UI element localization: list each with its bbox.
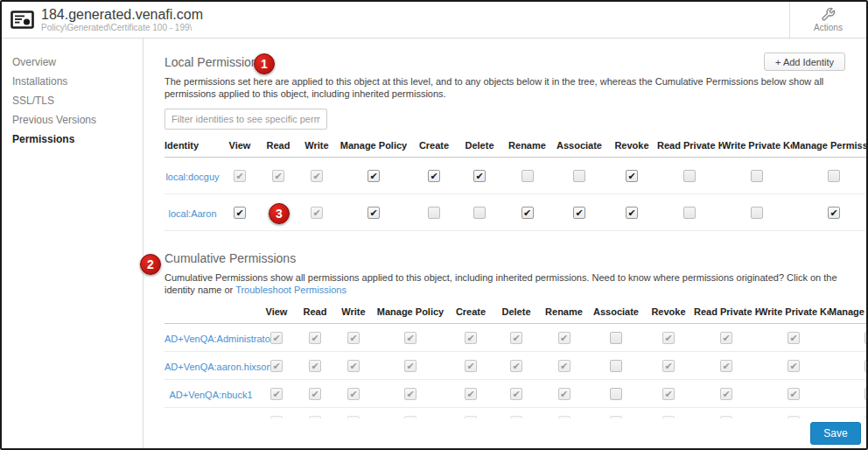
checkbox-view: ✔ [234, 170, 246, 182]
column-header-write: Write [334, 303, 373, 324]
checkbox-delete: ✔ [510, 332, 522, 344]
checkbox-rename[interactable]: ✔ [522, 207, 534, 219]
checkbox-read-private-key: ✔ [720, 360, 732, 372]
column-header-read-private-key: Read Private Key [657, 137, 722, 158]
table-row: AD+VenQA:aaron.hixson✔✔✔✔✔✔✔✔✔✔✔✔ [164, 352, 866, 380]
checkbox-rename[interactable]: ✔ [522, 170, 534, 182]
sidebar: OverviewInstallationsSSL/TLSPrevious Ver… [2, 39, 144, 448]
checkbox-rename: ✔ [558, 360, 570, 372]
column-header-write-private-key: Write Private Key [722, 137, 792, 158]
checkbox-revoke: ✔ [662, 360, 675, 372]
checkbox-create: ✔ [465, 360, 477, 372]
table-row: AD+VenQA:nbuck1✔✔✔✔✔✔✔✔✔✔✔✔ [164, 380, 866, 408]
identity-link[interactable]: AD+VenQA:Administrator [164, 334, 273, 344]
checkbox-rename: ✔ [558, 332, 570, 344]
checkbox-manage-policy[interactable]: ✔ [368, 170, 380, 182]
checkbox-delete: ✔ [510, 360, 522, 372]
page-title: 184.generated.venafi.com [41, 7, 203, 23]
sidebar-item-installations[interactable]: Installations [12, 72, 143, 91]
callout-badge-1: 1 [254, 53, 275, 74]
identity-link[interactable]: local:Aaron [168, 208, 216, 219]
sidebar-item-ssl-tls[interactable]: SSL/TLS [12, 91, 143, 110]
app-window: 184.generated.venafi.com Policy\Generate… [0, 0, 868, 450]
checkbox-read: ✔ [309, 388, 321, 400]
wrench-icon [821, 7, 836, 22]
checkbox-manage-policy[interactable]: ✔ [368, 207, 380, 219]
local-permissions-section: Local Permissions + Add Identity The per… [164, 54, 845, 231]
checkbox-delete[interactable]: ✔ [473, 207, 486, 219]
breadcrumb: Policy\Generated\Certificate 100 - 199\ [41, 23, 203, 33]
checkbox-create[interactable]: ✔ [428, 207, 440, 219]
checkbox-associate[interactable]: ✔ [573, 207, 585, 219]
checkbox-create: ✔ [465, 332, 477, 344]
checkbox-rename: ✔ [558, 388, 570, 400]
local-permissions-description: The permissions set here are applied to … [164, 75, 845, 100]
column-header-view: View [220, 137, 259, 158]
table-row: local:docguy✔✔✔✔✔✔✔✔✔✔✔✔ [164, 158, 866, 194]
column-header-write: Write [298, 137, 336, 158]
sidebar-item-permissions[interactable]: Permissions [12, 130, 143, 149]
checkbox-revoke: ✔ [662, 388, 675, 400]
column-header-read: Read [259, 137, 298, 158]
checkbox-write: ✔ [311, 207, 323, 219]
add-identity-button[interactable]: + Add Identity [764, 53, 845, 71]
sidebar-item-previous-versions[interactable]: Previous Versions [12, 110, 143, 130]
checkbox-read: ✔ [309, 360, 321, 372]
checkbox-associate: ✔ [610, 388, 622, 400]
column-header-create: Create [411, 137, 457, 158]
identity-link[interactable]: AD+VenQA:aaron.hixson [164, 362, 272, 372]
column-header-read: Read [296, 303, 334, 324]
checkbox-revoke[interactable]: ✔ [626, 207, 638, 219]
checkbox-write-private-key: ✔ [788, 332, 800, 344]
checkbox-read: ✔ [272, 170, 284, 182]
callout-badge-2: 2 [140, 254, 161, 275]
checkbox-revoke[interactable]: ✔ [626, 170, 638, 182]
column-header-delete: Delete [494, 303, 539, 324]
checkbox-manage-policy: ✔ [404, 388, 416, 400]
checkbox-manage-permissions[interactable]: ✔ [828, 207, 840, 219]
column-header-revoke: Revoke [606, 137, 657, 158]
header: 184.generated.venafi.com Policy\Generate… [2, 2, 866, 39]
checkbox-write: ✔ [347, 360, 360, 372]
checkbox-write-private-key[interactable]: ✔ [751, 170, 763, 182]
save-button[interactable]: Save [810, 422, 861, 445]
checkbox-write-private-key: ✔ [788, 360, 800, 372]
checkbox-read-private-key[interactable]: ✔ [683, 207, 696, 219]
main-content: Local Permissions + Add Identity The per… [144, 39, 866, 448]
column-header-read-private-key: Read Private Key [694, 303, 759, 324]
checkbox-read-private-key: ✔ [720, 332, 732, 344]
filter-identities-input[interactable] [164, 109, 327, 130]
checkbox-view[interactable]: ✔ [234, 207, 246, 219]
identity-link[interactable]: AD+VenQA:nbuck1 [169, 390, 252, 400]
column-header-rename: Rename [539, 303, 589, 324]
checkbox-read-private-key[interactable]: ✔ [683, 170, 696, 182]
checkbox-write-private-key[interactable]: ✔ [751, 207, 763, 219]
actions-label: Actions [814, 23, 843, 32]
checkbox-delete[interactable]: ✔ [473, 170, 486, 182]
callout-badge-3: 3 [269, 203, 290, 224]
checkbox-create[interactable]: ✔ [428, 170, 440, 182]
footer: Save [144, 418, 866, 448]
checkbox-manage-permissions: ✔ [864, 332, 866, 344]
checkbox-associate: ✔ [610, 360, 622, 372]
checkbox-manage-permissions[interactable]: ✔ [828, 170, 840, 182]
column-header-create: Create [448, 303, 494, 324]
table-row: AD+VenQA:Administrator✔✔✔✔✔✔✔✔✔✔✔✔ [164, 324, 866, 352]
cumulative-permissions-description: Cumulative Permissions show all permissi… [164, 271, 845, 296]
checkbox-manage-policy: ✔ [404, 360, 416, 372]
identity-link[interactable]: local:docguy [165, 172, 219, 182]
troubleshoot-permissions-link[interactable]: Troubleshoot Permissions [235, 285, 346, 295]
column-header-delete: Delete [457, 137, 502, 158]
sidebar-item-overview[interactable]: Overview [12, 53, 143, 72]
checkbox-associate[interactable]: ✔ [573, 170, 585, 182]
column-header-rename: Rename [502, 137, 552, 158]
checkbox-write: ✔ [347, 388, 360, 400]
checkbox-manage-permissions: ✔ [864, 360, 866, 372]
title-block: 184.generated.venafi.com Policy\Generate… [2, 2, 789, 38]
actions-button[interactable]: Actions [789, 2, 866, 38]
column-header-manage-permissions: Manage Permissions [792, 137, 866, 158]
column-header-view: View [257, 303, 296, 324]
certificate-icon [10, 11, 34, 29]
checkbox-read-private-key: ✔ [720, 388, 732, 400]
column-header-write-private-key: Write Private Key [759, 303, 829, 324]
